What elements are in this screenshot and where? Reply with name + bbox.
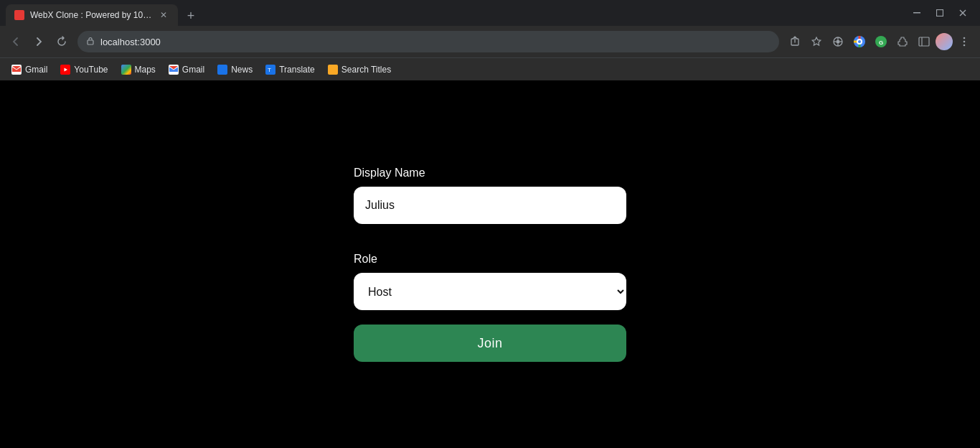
- maps-label: Maps: [135, 65, 156, 75]
- svg-rect-4: [88, 40, 93, 45]
- reload-button[interactable]: [52, 32, 72, 52]
- join-form: Display Name Role Host Guest Viewer Join: [354, 167, 626, 362]
- gmail2-icon: [169, 65, 179, 75]
- svg-rect-0: [913, 12, 920, 14]
- back-button[interactable]: [6, 32, 26, 52]
- extensions-puzzle-button[interactable]: [892, 32, 913, 52]
- display-name-label: Display Name: [354, 167, 626, 179]
- role-group: Role Host Guest Viewer: [354, 253, 626, 310]
- menu-button[interactable]: [954, 32, 974, 52]
- role-label: Role: [354, 253, 626, 266]
- bookmark-star-button[interactable]: [806, 32, 826, 52]
- bookmark-youtube[interactable]: YouTube: [55, 62, 113, 78]
- maps-icon: [121, 65, 131, 75]
- tab-close-button[interactable]: ✕: [158, 9, 169, 21]
- bookmark-gmail[interactable]: Gmail: [6, 62, 53, 78]
- new-tab-button[interactable]: +: [181, 6, 201, 26]
- bookmark-maps[interactable]: Maps: [116, 62, 161, 78]
- search-titles-icon: [328, 65, 338, 75]
- news-label: News: [231, 65, 253, 75]
- display-name-group: Display Name: [354, 167, 626, 238]
- svg-point-23: [963, 45, 966, 47]
- youtube-label: YouTube: [74, 65, 108, 75]
- join-button[interactable]: Join: [354, 325, 626, 362]
- translate-icon: T: [265, 65, 275, 75]
- gmail-label: Gmail: [25, 65, 47, 75]
- active-tab[interactable]: WebX Clone : Powered by 100ms ✕: [6, 4, 178, 26]
- svg-point-6: [837, 40, 840, 44]
- svg-text:T: T: [268, 67, 271, 73]
- tab-title: WebX Clone : Powered by 100ms: [30, 10, 152, 20]
- g-extension-1[interactable]: [849, 32, 870, 52]
- page-content: Display Name Role Host Guest Viewer Join: [0, 80, 980, 448]
- profile-button[interactable]: [936, 33, 953, 50]
- role-select[interactable]: Host Guest Viewer: [354, 273, 626, 310]
- svg-rect-19: [919, 37, 929, 46]
- nav-actions: G: [785, 32, 974, 52]
- nav-bar: localhost:3000 G: [0, 26, 980, 57]
- address-bar[interactable]: localhost:3000: [77, 31, 779, 52]
- youtube-icon: [60, 65, 70, 75]
- minimize-button[interactable]: [911, 7, 923, 19]
- sidebar-button[interactable]: [914, 32, 934, 52]
- bookmark-news[interactable]: News: [212, 62, 258, 78]
- tab-favicon: [14, 10, 24, 20]
- svg-point-21: [963, 37, 966, 39]
- svg-marker-24: [65, 67, 68, 71]
- close-button[interactable]: [957, 7, 969, 19]
- news-icon: [217, 65, 227, 75]
- svg-text:G: G: [879, 39, 883, 46]
- gmail2-label: Gmail: [182, 65, 204, 75]
- gmail-icon: [11, 65, 22, 75]
- svg-point-22: [963, 41, 966, 43]
- tab-bar: WebX Clone : Powered by 100ms ✕ +: [6, 0, 201, 26]
- bookmark-gmail2[interactable]: Gmail: [163, 62, 210, 78]
- share-button[interactable]: [785, 32, 805, 52]
- display-name-input[interactable]: [354, 187, 626, 224]
- search-titles-label: Search Titles: [341, 65, 391, 75]
- bookmark-translate[interactable]: T Translate: [260, 62, 321, 78]
- lock-icon: [86, 37, 95, 47]
- svg-rect-1: [937, 10, 943, 17]
- title-bar: WebX Clone : Powered by 100ms ✕ +: [0, 0, 980, 26]
- bookmark-search-titles[interactable]: Search Titles: [322, 62, 397, 78]
- svg-point-13: [858, 40, 861, 43]
- address-text: localhost:3000: [100, 37, 771, 47]
- g-extension-2[interactable]: G: [871, 32, 891, 52]
- window-controls: [911, 7, 974, 19]
- maximize-button[interactable]: [934, 7, 946, 19]
- translate-label: Translate: [279, 65, 315, 75]
- chrome-extension-button[interactable]: [828, 32, 848, 52]
- bookmarks-bar: Gmail YouTube Maps Gmail News T Translat…: [0, 57, 980, 80]
- forward-button[interactable]: [29, 32, 49, 52]
